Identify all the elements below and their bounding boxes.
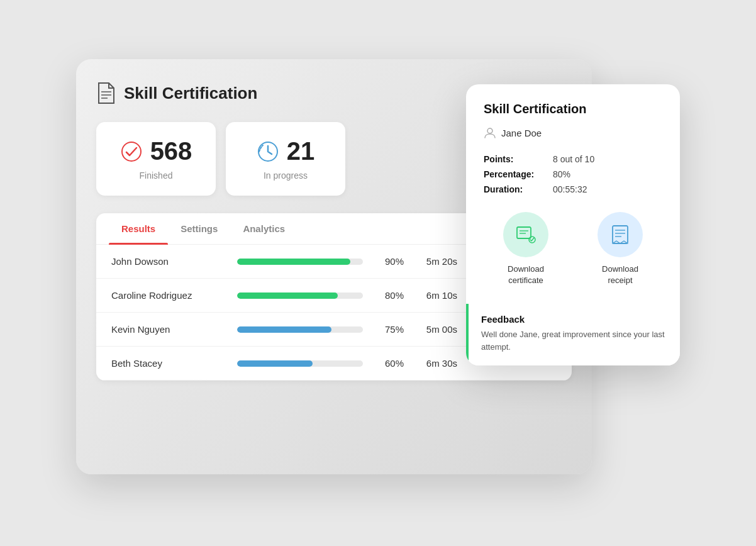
stat-card-finished: 568 Finished bbox=[96, 122, 216, 196]
scene: Skill Certification 568 Finished bbox=[76, 47, 680, 499]
clock-icon bbox=[257, 140, 279, 163]
feedback-section: Feedback Well done Jane, great improveme… bbox=[466, 304, 680, 365]
points-label: Points: bbox=[484, 152, 553, 167]
inprogress-count: 21 bbox=[287, 137, 315, 165]
stat-top-inprogress: 21 bbox=[257, 137, 315, 165]
user-name: Jane Doe bbox=[501, 128, 542, 138]
receipt-label: Downloadreceipt bbox=[602, 264, 638, 286]
info-row-duration: Duration: 00:55:32 bbox=[484, 182, 662, 197]
overlay-title: Skill Certification bbox=[484, 102, 662, 116]
certificate-icon-circle bbox=[503, 212, 548, 257]
tab-results[interactable]: Results bbox=[109, 213, 168, 244]
stat-card-inprogress: 21 In progress bbox=[226, 122, 345, 196]
row-percent-2: 75% bbox=[375, 324, 404, 335]
percentage-value: 80% bbox=[553, 167, 662, 182]
row-percent-1: 80% bbox=[375, 290, 404, 301]
progress-bar-0 bbox=[237, 259, 363, 265]
stat-top-finished: 568 bbox=[120, 137, 192, 165]
check-icon bbox=[120, 140, 143, 163]
action-buttons: Downloadcertificate Downloadreceipt bbox=[484, 212, 662, 286]
document-icon bbox=[96, 82, 116, 104]
info-table: Points: 8 out of 10 Percentage: 80% Dura… bbox=[484, 152, 662, 197]
svg-point-5 bbox=[487, 128, 492, 133]
receipt-icon bbox=[609, 223, 631, 246]
duration-label: Duration: bbox=[484, 182, 553, 197]
row-time-1: 6m 10s bbox=[416, 290, 457, 301]
certificate-icon bbox=[514, 223, 537, 246]
finished-label: Finished bbox=[140, 170, 173, 181]
progress-fill-1 bbox=[237, 292, 338, 299]
progress-fill-3 bbox=[237, 360, 313, 367]
info-row-points: Points: 8 out of 10 bbox=[484, 152, 662, 167]
progress-bar-1 bbox=[237, 292, 363, 299]
progress-fill-2 bbox=[237, 326, 331, 333]
svg-rect-10 bbox=[613, 226, 628, 243]
row-name-0: John Dowson bbox=[111, 256, 225, 267]
inprogress-label: In progress bbox=[264, 170, 308, 181]
progress-bar-3 bbox=[237, 360, 363, 367]
row-percent-3: 60% bbox=[375, 358, 404, 369]
points-value: 8 out of 10 bbox=[553, 152, 662, 167]
row-time-2: 5m 00s bbox=[416, 324, 457, 335]
feedback-title: Feedback bbox=[481, 314, 670, 325]
row-time-0: 5m 20s bbox=[416, 256, 457, 267]
certificate-label: Downloadcertificate bbox=[508, 264, 544, 286]
feedback-text: Well done Jane, great improvement since … bbox=[481, 328, 670, 353]
row-percent-0: 90% bbox=[375, 256, 404, 267]
page-title: Skill Certification bbox=[124, 84, 257, 103]
row-name-2: Kevin Nguyen bbox=[111, 324, 225, 335]
download-certificate-button[interactable]: Downloadcertificate bbox=[484, 212, 568, 286]
finished-count: 568 bbox=[150, 137, 192, 165]
receipt-icon-circle bbox=[598, 212, 643, 257]
progress-bar-2 bbox=[237, 326, 363, 333]
row-time-3: 6m 30s bbox=[416, 358, 457, 369]
tab-analytics[interactable]: Analytics bbox=[230, 213, 297, 244]
download-receipt-button[interactable]: Downloadreceipt bbox=[578, 212, 662, 286]
duration-value: 00:55:32 bbox=[553, 182, 662, 197]
user-icon bbox=[484, 126, 496, 139]
row-name-3: Beth Stacey bbox=[111, 358, 225, 369]
tab-settings[interactable]: Settings bbox=[168, 213, 230, 244]
svg-rect-6 bbox=[517, 227, 531, 238]
percentage-label: Percentage: bbox=[484, 167, 553, 182]
overlay-card: Skill Certification Jane Doe Points: 8 o… bbox=[466, 84, 680, 365]
progress-fill-0 bbox=[237, 259, 350, 265]
row-name-1: Caroline Rodriguez bbox=[111, 290, 225, 301]
svg-point-3 bbox=[122, 142, 141, 161]
user-row: Jane Doe bbox=[484, 126, 662, 139]
info-row-percentage: Percentage: 80% bbox=[484, 167, 662, 182]
